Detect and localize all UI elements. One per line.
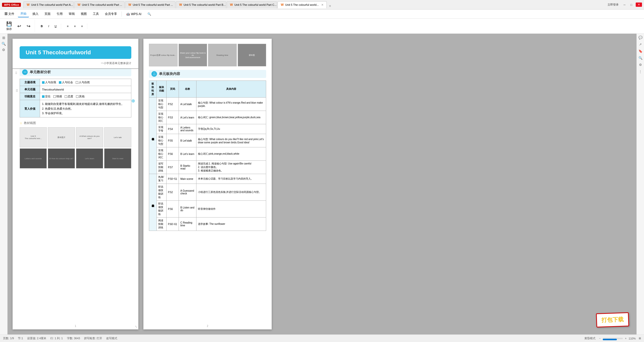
minimize-button[interactable]: ─ <box>622 3 627 7</box>
r-tool-bookmark[interactable]: 🔖 <box>638 49 642 53</box>
col-header-function: 板块功能 <box>156 81 166 98</box>
block-row-8: 听说做技能训练 P.52 A Guessand check 小组进行三原色混色实… <box>149 184 266 201</box>
status-layout[interactable]: 黄昏模式 <box>584 336 595 340</box>
block-content-1: 核心句型: What colour is it?It's orange.Red … <box>196 98 266 111</box>
toolbar-save[interactable]: 💾 保存 <box>4 20 14 32</box>
menu-view[interactable]: 视图 <box>78 11 89 17</box>
login-button[interactable]: 立即登录 <box>606 2 620 7</box>
page-layout-btn[interactable]: ⊞ <box>639 337 641 340</box>
r-tool-comment[interactable]: 💬 <box>638 36 642 39</box>
download-badge[interactable]: 打包下载 <box>596 312 629 328</box>
block-page-6: P.57 <box>166 161 179 174</box>
block-name-4: B Let'stalk <box>179 134 196 147</box>
blocks-table-header-row: 板块性质 板块功能 页码 名称 具体内容 <box>149 81 266 98</box>
toolbar-align-right[interactable]: ≡ <box>79 23 85 29</box>
block-name-8: A Guessand check <box>179 184 196 201</box>
table-drag-handle[interactable]: ⠿ <box>16 89 18 93</box>
menu-search[interactable]: 🔍 <box>145 11 154 17</box>
block-name-2: A Let's learn <box>179 111 196 124</box>
table-row-topic: 单元话题 Thecolourfulworld <box>20 86 131 93</box>
toolbar-redo[interactable]: ↪ <box>24 22 33 30</box>
tab-1[interactable]: W Unit 5 The colourful world Part A... ✕ <box>23 1 74 8</box>
menu-page[interactable]: 页面 <box>42 11 53 17</box>
block-content-8: 小组进行三原色混色实验,并进行交际活动巩固核心句型。 <box>196 184 266 201</box>
tab-6-active[interactable]: W Unit 5 The colourful world... ✕ <box>277 1 327 8</box>
book-img-5: Letters and sounds <box>20 148 47 168</box>
doc-icon-6: W <box>281 3 284 7</box>
menu-review[interactable]: 审阅 <box>66 11 77 17</box>
page-resize-handle[interactable]: ⤡ <box>135 325 137 328</box>
maximize-button[interactable]: □ <box>629 3 634 7</box>
tabs-bar: W Unit 5 The colourful world Part A... ✕… <box>23 1 606 8</box>
close-button[interactable]: ✕ <box>636 3 642 7</box>
zoom-slider[interactable] <box>603 338 623 339</box>
cb-emotion <box>53 95 56 98</box>
block-name-7: Main scene <box>179 174 196 184</box>
cb-society <box>59 81 61 84</box>
block-row-2: 呈现核心词汇 P.53 A Let's learn 核心词汇: green,bl… <box>149 111 266 124</box>
section-blocks-icon-text: 二 <box>153 72 156 76</box>
status-section: 节:1 <box>18 336 23 340</box>
img-label-2: 课本图片 <box>57 136 65 139</box>
section-blocks-title: 二 单元板块内容 <box>149 70 266 78</box>
toolbar-underline[interactable]: U <box>52 23 59 29</box>
block-page-1: P.52 <box>166 98 179 111</box>
col-header-name: 名称 <box>179 81 196 98</box>
table-add-button[interactable]: ⊕ <box>131 98 135 104</box>
checkbox-nature: 人与自然 <box>76 80 90 84</box>
block-function-9: 听说做技能训练 <box>156 201 166 218</box>
r-tool-share[interactable]: ↗ <box>639 42 642 46</box>
cb-other <box>76 95 78 98</box>
menu-wpsai[interactable]: 🤖 WPS AI <box>124 11 144 17</box>
left-tool-2[interactable]: 🔍 <box>2 42 6 46</box>
checkbox-emotion: 情感 <box>53 95 62 98</box>
zoom-out-btn[interactable]: － <box>598 336 601 340</box>
tab-3[interactable]: W Unit 5 The colourful world Part ... ✕ <box>125 1 175 8</box>
block-name-5: B Let's learn <box>179 147 196 161</box>
title-bar: WPS Office W Unit 5 The colourful world … <box>0 0 644 10</box>
block-page-4: P.55 <box>166 134 179 147</box>
menu-start[interactable]: 开始 <box>18 11 29 17</box>
download-badge-text: 打包下载 <box>601 316 624 323</box>
pages-area[interactable]: ⠿ Unit 5 Thecolourfulworld 一小学英语单元整体设计 一… <box>8 34 636 334</box>
block-content-6: 阅读完成:1. 阅读核心句型: Use again!Be careful2. 说… <box>196 161 266 174</box>
tab-label-6: Unit 5 The colourful world... <box>285 3 319 6</box>
tab-5[interactable]: W Unit 5 The colourful world Part C... ✕ <box>227 1 277 8</box>
toolbar-undo[interactable]: ↩ <box>15 22 23 30</box>
add-tab-button[interactable]: + <box>327 4 333 8</box>
left-tool-3[interactable]: ⚙ <box>2 48 5 52</box>
img-label-1: Unit 5The colourful wor... <box>25 135 42 140</box>
main-area: ⊞ 🔍 ⚙ ⠿ Unit 5 Thecolourfulworld 一小学英语单元… <box>0 34 644 334</box>
menu-insert[interactable]: 插入 <box>30 11 41 17</box>
table-row-education: 育人价值 1. 能做到自觉遵守各项规则,能友好地提出建议,做有礼貌的好学生。 2… <box>20 100 131 117</box>
menu-file[interactable]: ☰ 文件 <box>2 11 17 17</box>
menu-ref[interactable]: 引用 <box>54 11 65 17</box>
menu-bar: ☰ 文件 开始 插入 页面 引用 审阅 视图 工具 会员专享 🤖 WPS AI … <box>0 10 644 19</box>
toolbar-bold[interactable]: B <box>38 23 45 29</box>
zoom-fill <box>603 339 617 340</box>
tab-4[interactable]: W Unit 5 The colourful world Part B... ✕ <box>176 1 226 8</box>
save-icon: 💾 <box>6 21 12 27</box>
toolbar-italic[interactable]: I <box>46 23 51 29</box>
tab-2[interactable]: W Unit 5 The colourful world Part ... ✕ <box>74 1 125 8</box>
menu-member[interactable]: 会员专享 <box>102 11 119 17</box>
r-tool-more[interactable]: ⋮ <box>639 70 642 73</box>
wps-logo[interactable]: WPS Office <box>2 3 21 7</box>
toolbar-align-center[interactable]: ≡ <box>72 23 78 29</box>
toolbar-align-left[interactable]: ≡ <box>65 23 71 29</box>
zoom-in-btn[interactable]: ＋ <box>624 336 627 340</box>
analysis-table-container: ⠿ 主题语境 人与自我 人与社会 人与自然 <box>20 79 131 117</box>
book-img-6: B How do colours help us? <box>48 148 75 168</box>
core-block-cell: 核心板块 <box>149 98 157 174</box>
doc-icon-1: W <box>27 3 29 7</box>
r-tool-search[interactable]: 🔍 <box>638 56 642 60</box>
left-tool-1[interactable]: ⊞ <box>2 36 5 40</box>
tab-close-6[interactable]: ✕ <box>321 3 324 7</box>
unit-title-text: Unit 5 Thecolourfulworld <box>26 49 91 56</box>
block-content-3: 字母Qq,Rr,Ss,Tt,Uu <box>196 124 266 134</box>
img-label-3: A What colours do you see? <box>77 135 102 140</box>
drag-handle[interactable]: ⠿ <box>15 71 17 75</box>
menu-tools[interactable]: 工具 <box>90 11 101 17</box>
r-tool-settings[interactable]: ⚙ <box>639 63 642 67</box>
wps-logo-text: WPS Office <box>4 3 19 6</box>
